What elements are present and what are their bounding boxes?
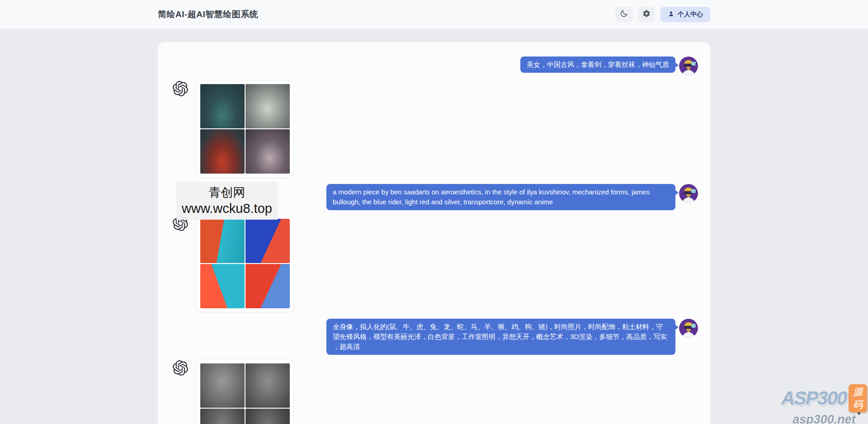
generated-image[interactable] <box>245 129 290 174</box>
asp300-watermark: ASP300 源码 asp300.net <box>781 384 867 424</box>
generated-image[interactable] <box>245 264 290 308</box>
asp300-logo-text: ASP300 <box>781 387 846 409</box>
generated-image-card <box>196 215 294 312</box>
generated-image[interactable] <box>200 409 245 424</box>
corner-arrow-icon: ▼ <box>856 410 862 417</box>
user-icon <box>668 10 675 19</box>
generated-image-card <box>196 359 294 424</box>
settings-button[interactable] <box>638 7 655 22</box>
openai-logo-icon <box>173 360 188 376</box>
chat-background: 美女，中国古风，拿着剑，穿着丝袜，神仙气质 a modern piece by <box>0 42 868 424</box>
generated-image[interactable] <box>200 363 245 408</box>
gear-icon <box>642 9 651 19</box>
user-message-row: 美女，中国古风，拿着剑，穿着丝袜，神仙气质 <box>171 57 698 75</box>
user-message-bubble: 美女，中国古风，拿着剑，穿着丝袜，神仙气质 <box>520 57 675 73</box>
ai-response-row <box>171 215 698 312</box>
user-message-row: 全身像，拟人化的(鼠、牛、虎、兔、龙、蛇、马、羊、猴、鸡、狗、猪)，时尚照片，时… <box>171 319 698 355</box>
profile-center-button[interactable]: 个人中心 <box>660 7 710 22</box>
chat-container: 美女，中国古风，拿着剑，穿着丝袜，神仙气质 a modern piece by <box>158 42 710 424</box>
generated-image[interactable] <box>245 409 290 424</box>
app-header: 简绘AI-超AI智慧绘图系统 个人中心 <box>0 0 868 29</box>
generated-image[interactable] <box>245 84 290 128</box>
generated-image[interactable] <box>200 264 245 308</box>
user-avatar <box>679 57 698 75</box>
generated-image[interactable] <box>245 363 290 408</box>
generated-image[interactable] <box>200 129 245 174</box>
generated-image[interactable] <box>245 219 290 263</box>
site-watermark-url: www.wcku8.top <box>176 200 278 217</box>
user-message-bubble: a modern piece by ben saadarts on aeroes… <box>326 184 675 210</box>
generated-image[interactable] <box>200 84 245 128</box>
header-actions: 个人中心 <box>615 7 710 22</box>
openai-logo-icon <box>173 81 188 96</box>
ai-response-row <box>171 359 698 424</box>
site-watermark-name: 青创网 <box>176 185 278 200</box>
generated-image[interactable] <box>200 219 245 263</box>
ai-response-row <box>171 80 698 178</box>
user-message-bubble: 全身像，拟人化的(鼠、牛、虎、兔、龙、蛇、马、羊、猴、鸡、狗、猪)，时尚照片，时… <box>326 319 675 355</box>
theme-toggle-button[interactable] <box>615 7 632 22</box>
profile-center-label: 个人中心 <box>678 10 703 19</box>
user-avatar <box>679 184 698 203</box>
asp300-source-badge: 源码 <box>849 384 867 412</box>
generated-image-card <box>196 80 294 178</box>
app-title: 简绘AI-超AI智慧绘图系统 <box>158 9 258 20</box>
user-avatar <box>679 319 698 338</box>
site-watermark: 青创网 www.wcku8.top <box>176 182 278 220</box>
asp300-domain-text: asp300.net <box>781 413 867 424</box>
moon-icon <box>620 9 628 19</box>
